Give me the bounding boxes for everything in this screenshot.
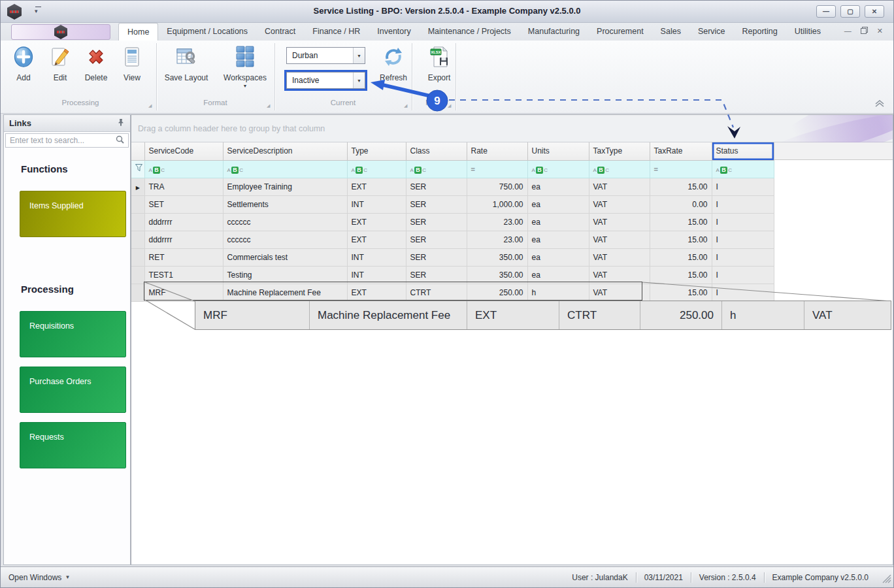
grid-cell[interactable]: h bbox=[527, 284, 589, 301]
table-row[interactable]: SETSettlementsINTSER1,000.00eaVAT0.00I bbox=[131, 195, 774, 213]
filter-cell[interactable]: = bbox=[650, 160, 712, 178]
close-button[interactable]: ✕ bbox=[865, 5, 884, 18]
minimize-button[interactable]: — bbox=[816, 5, 836, 18]
search-input[interactable] bbox=[6, 136, 116, 145]
grid-cell[interactable]: INT bbox=[347, 248, 406, 266]
grid-cell[interactable]: Testing bbox=[223, 266, 347, 284]
grid-cell[interactable]: ea bbox=[527, 213, 589, 231]
column-header-type[interactable]: Type bbox=[347, 142, 406, 160]
table-row[interactable]: dddrrrrccccccEXTSER23.00eaVAT15.00I bbox=[131, 231, 774, 248]
grid-cell[interactable]: SER bbox=[406, 231, 467, 248]
grid-cell[interactable]: I bbox=[712, 178, 774, 195]
column-header-class[interactable]: Class bbox=[406, 142, 467, 160]
table-row[interactable]: dddrrrrccccccEXTSER23.00eaVAT15.00I bbox=[131, 213, 774, 231]
grid-cell[interactable]: 15.00 bbox=[650, 231, 712, 248]
grid-cell[interactable]: EXT bbox=[347, 231, 406, 248]
grid-cell[interactable]: 750.00 bbox=[467, 178, 527, 195]
filter-cell[interactable]: ABC bbox=[144, 160, 223, 178]
filter-cell[interactable]: = bbox=[467, 160, 527, 178]
tab-maintenance-projects[interactable]: Maintenance / Projects bbox=[420, 24, 520, 40]
tab-finance-hr[interactable]: Finance / HR bbox=[304, 24, 369, 40]
filter-cell[interactable]: ABC bbox=[406, 160, 467, 178]
grid-cell[interactable]: 250.00 bbox=[467, 284, 527, 301]
grid-cell[interactable]: MRF bbox=[144, 284, 223, 301]
table-row[interactable]: RETCommercials testINTSER350.00eaVAT15.0… bbox=[131, 248, 774, 266]
column-header-taxtype[interactable]: TaxType bbox=[589, 142, 650, 160]
tab-procurement[interactable]: Procurement bbox=[588, 24, 652, 40]
tab-contract[interactable]: Contract bbox=[256, 24, 304, 40]
grid-cell[interactable]: CTRT bbox=[406, 284, 467, 301]
grid-cell[interactable]: 23.00 bbox=[467, 231, 527, 248]
site-combo-dropdown-icon[interactable]: ▼ bbox=[353, 48, 365, 63]
refresh-button[interactable]: Refresh bbox=[374, 44, 412, 82]
pin-icon[interactable] bbox=[117, 118, 125, 128]
open-windows-button[interactable]: Open Windows ▼ bbox=[1, 573, 70, 582]
grid-cell[interactable]: 15.00 bbox=[650, 248, 712, 266]
grid-cell[interactable]: INT bbox=[347, 266, 406, 284]
sidebar-item-requests[interactable]: Requests bbox=[20, 422, 126, 468]
grid-cell[interactable]: SET bbox=[144, 195, 223, 213]
tab-inventory[interactable]: Inventory bbox=[369, 24, 419, 40]
save-layout-button[interactable]: Save Layout bbox=[163, 44, 210, 82]
column-header-servicecode[interactable]: ServiceCode bbox=[144, 142, 223, 160]
tab-manufacturing[interactable]: Manufacturing bbox=[520, 24, 588, 40]
grid-cell[interactable]: INT bbox=[347, 195, 406, 213]
grid-cell[interactable]: dddrrrr bbox=[144, 231, 223, 248]
grid-cell[interactable]: Employee Training bbox=[223, 178, 347, 195]
status-filter-combobox[interactable]: Inactive ▼ bbox=[286, 72, 365, 89]
search-icon[interactable] bbox=[116, 135, 128, 146]
dialog-launcher-icon[interactable]: ◢ bbox=[448, 103, 451, 108]
grid-cell[interactable]: VAT bbox=[589, 284, 650, 301]
view-button[interactable]: View bbox=[113, 44, 151, 82]
application-button[interactable] bbox=[11, 24, 110, 40]
grid-cell[interactable]: 15.00 bbox=[650, 178, 712, 195]
filter-edit-cell[interactable] bbox=[131, 160, 144, 178]
grid-cell[interactable]: Settlements bbox=[223, 195, 347, 213]
table-row[interactable]: ▶TRAEmployee TrainingEXTSER750.00eaVAT15… bbox=[131, 178, 774, 195]
grid-cell[interactable]: VAT bbox=[589, 178, 650, 195]
site-combobox[interactable]: Durban ▼ bbox=[286, 47, 365, 64]
mdi-close-icon[interactable]: ✕ bbox=[877, 27, 883, 35]
tab-reporting[interactable]: Reporting bbox=[734, 24, 786, 40]
tab-service[interactable]: Service bbox=[689, 24, 734, 40]
workspaces-button[interactable]: Workspaces ▼ bbox=[222, 44, 269, 88]
resize-grip[interactable] bbox=[882, 574, 891, 585]
grid-cell[interactable]: SER bbox=[406, 195, 467, 213]
dialog-launcher-icon[interactable]: ◢ bbox=[267, 103, 270, 108]
tab-utilities[interactable]: Utilities bbox=[786, 24, 829, 40]
filter-cell[interactable]: ABC bbox=[527, 160, 589, 178]
export-button[interactable]: XLSX Export bbox=[420, 44, 458, 82]
grid-cell[interactable]: SER bbox=[406, 213, 467, 231]
grid-cell[interactable]: 1,000.00 bbox=[467, 195, 527, 213]
maximize-button[interactable]: ▢ bbox=[840, 5, 860, 18]
grid-cell[interactable]: VAT bbox=[589, 213, 650, 231]
grid-cell[interactable]: 350.00 bbox=[467, 248, 527, 266]
delete-button[interactable]: Delete bbox=[77, 44, 115, 82]
column-header-rate[interactable]: Rate bbox=[467, 142, 527, 160]
grid-cell[interactable]: cccccc bbox=[223, 231, 347, 248]
tab-equipment-locations[interactable]: Equipment / Locations bbox=[158, 24, 256, 40]
column-header-status[interactable]: Status bbox=[712, 142, 774, 160]
grid-cell[interactable]: VAT bbox=[589, 195, 650, 213]
grid-cell[interactable]: ea bbox=[527, 178, 589, 195]
grid-cell[interactable]: SER bbox=[406, 248, 467, 266]
table-row[interactable]: MRFMachine Replacement FeeEXTCTRT250.00h… bbox=[131, 284, 774, 301]
grid-cell[interactable]: VAT bbox=[589, 266, 650, 284]
grid-cell[interactable]: ea bbox=[527, 231, 589, 248]
dialog-launcher-icon[interactable]: ◢ bbox=[404, 103, 407, 108]
filter-cell[interactable]: ABC bbox=[347, 160, 406, 178]
grid-cell[interactable]: 15.00 bbox=[650, 266, 712, 284]
grid-cell[interactable]: I bbox=[712, 231, 774, 248]
grid-cell[interactable]: I bbox=[712, 213, 774, 231]
grid-cell[interactable]: TRA bbox=[144, 178, 223, 195]
tab-sales[interactable]: Sales bbox=[652, 24, 689, 40]
collapse-ribbon-icon[interactable] bbox=[874, 98, 886, 110]
edit-button[interactable]: Edit bbox=[41, 44, 79, 82]
grid-cell[interactable]: Machine Replacement Fee bbox=[223, 284, 347, 301]
grid-cell[interactable]: 15.00 bbox=[650, 213, 712, 231]
mdi-minimize-icon[interactable]: — bbox=[844, 27, 852, 35]
dialog-launcher-icon[interactable]: ◢ bbox=[148, 103, 152, 108]
tab-home[interactable]: Home bbox=[118, 23, 158, 41]
grid-cell[interactable]: SER bbox=[406, 266, 467, 284]
sidebar-item-requisitions[interactable]: Requisitions bbox=[20, 311, 126, 357]
